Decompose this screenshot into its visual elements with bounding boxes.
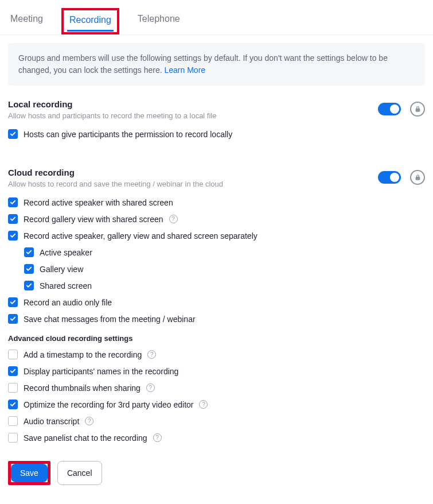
checkbox-timestamp[interactable]	[8, 350, 18, 359]
button-row: Save Cancel	[0, 452, 433, 494]
tab-telephone[interactable]: Telephone	[135, 8, 182, 34]
local-recording-desc: Allow hosts and participants to record t…	[8, 111, 216, 120]
checkbox-gallery-shared[interactable]	[8, 214, 18, 224]
section-local-recording: Local recording Allow hosts and particip…	[0, 94, 433, 148]
checkbox-names[interactable]	[8, 366, 18, 376]
label-timestamp: Add a timestamp to the recording	[24, 350, 142, 359]
label-audio-only: Record an audio only file	[24, 298, 112, 307]
local-recording-lock-button[interactable]	[410, 102, 425, 117]
help-icon[interactable]: ?	[199, 400, 208, 409]
label-optimize: Optimize the recording for 3rd party vid…	[24, 400, 193, 409]
tab-recording[interactable]: Recording	[67, 11, 114, 31]
checkbox-sep-shared[interactable]	[24, 281, 34, 290]
cloud-recording-lock-button[interactable]	[410, 170, 425, 185]
highlight-save-button: Save	[8, 461, 50, 485]
label-names: Display participants' names in the recor…	[24, 367, 178, 376]
checkbox-active-speaker-shared[interactable]	[8, 197, 18, 207]
checkbox-transcript[interactable]	[8, 416, 18, 426]
checkbox-hosts-give-permission[interactable]	[8, 129, 18, 139]
checkbox-save-chat[interactable]	[8, 314, 18, 324]
label-active-speaker-shared: Record active speaker with shared screen	[24, 198, 173, 207]
cancel-button[interactable]: Cancel	[57, 461, 102, 485]
checkbox-panelist-chat[interactable]	[8, 433, 18, 443]
cloud-recording-toggle[interactable]	[378, 171, 401, 184]
checkbox-thumbnails[interactable]	[8, 383, 18, 393]
label-transcript: Audio transcript	[24, 417, 79, 426]
label-sep-active: Active speaker	[40, 248, 92, 257]
svg-rect-1	[416, 177, 419, 180]
help-icon[interactable]: ?	[147, 350, 156, 359]
help-icon[interactable]: ?	[146, 383, 155, 392]
checkbox-sep-gallery[interactable]	[24, 264, 34, 274]
lock-icon	[415, 106, 421, 113]
info-banner: Groups and members will use the followin…	[8, 43, 425, 86]
highlight-recording-tab: Recording	[61, 8, 119, 34]
help-icon[interactable]: ?	[85, 417, 93, 425]
svg-rect-0	[416, 109, 419, 112]
local-recording-title: Local recording	[8, 99, 216, 109]
help-icon[interactable]: ?	[153, 433, 162, 442]
checkbox-separate[interactable]	[8, 231, 18, 241]
label-hosts-give-permission: Hosts can give participants the permissi…	[24, 130, 232, 139]
checkbox-sep-active[interactable]	[24, 247, 34, 257]
checkbox-audio-only[interactable]	[8, 297, 18, 307]
label-sep-shared: Shared screen	[40, 281, 92, 290]
tab-meeting[interactable]: Meeting	[8, 8, 45, 34]
help-icon[interactable]: ?	[169, 215, 178, 223]
label-save-chat: Save chat messages from the meeting / we…	[24, 315, 196, 324]
section-cloud-recording: Cloud recording Allow hosts to record an…	[0, 162, 433, 452]
advanced-heading: Advanced cloud recording settings	[8, 327, 425, 346]
label-gallery-shared: Record gallery view with shared screen	[24, 215, 163, 224]
cloud-recording-title: Cloud recording	[8, 168, 223, 177]
label-sep-gallery: Gallery view	[40, 265, 83, 274]
checkbox-optimize[interactable]	[8, 400, 18, 409]
learn-more-link[interactable]: Learn More	[165, 65, 206, 75]
label-thumbnails: Record thumbnails when sharing	[24, 383, 141, 393]
label-separate: Record active speaker, gallery view and …	[24, 231, 258, 241]
tabs-bar: Meeting Recording Telephone	[0, 0, 433, 35]
cloud-recording-desc: Allow hosts to record and save the meeti…	[8, 180, 223, 188]
save-button[interactable]: Save	[11, 464, 48, 482]
lock-icon	[415, 174, 421, 181]
local-recording-toggle[interactable]	[378, 103, 401, 115]
label-panelist-chat: Save panelist chat to the recording	[24, 433, 147, 443]
